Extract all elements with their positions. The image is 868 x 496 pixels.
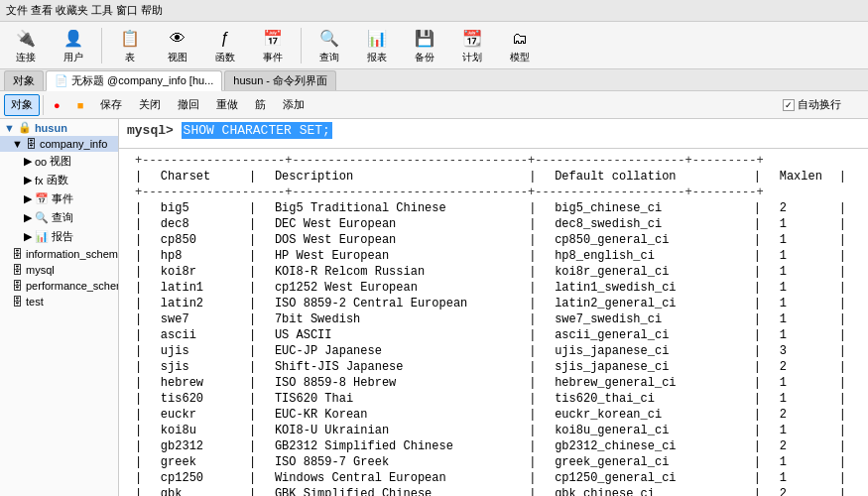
- toolbar-btn-模型[interactable]: 🗂模型: [498, 24, 542, 67]
- tool-icon-3: 👁: [166, 27, 189, 51]
- pipe-6-1: |: [127, 296, 153, 311]
- expand-arrow: ▼: [4, 122, 15, 134]
- cell-maxlen-17: 1: [772, 470, 831, 486]
- cell-charset-2: cp850: [153, 232, 241, 248]
- cell-desc-14: KOI8-U Ukrainian: [267, 423, 521, 438]
- sidebar-views[interactable]: ▶ oo 视图: [0, 152, 118, 171]
- pipe-6-5: |: [831, 296, 854, 311]
- pipe-6-4: |: [746, 296, 772, 311]
- tool-label-10: 模型: [510, 51, 530, 64]
- save-btn[interactable]: 保存: [93, 94, 129, 116]
- run-query-btn[interactable]: ●: [47, 94, 67, 116]
- result-area[interactable]: +--------------------+------------------…: [119, 149, 868, 496]
- cell-collation-7: swe7_swedish_ci: [547, 311, 746, 327]
- cell-charset-10: sjis: [153, 359, 241, 375]
- sidebar-queries[interactable]: ▶ 🔍 查询: [0, 208, 118, 227]
- table-row: | koi8u | KOI8-U Ukrainian | koi8u_gener…: [127, 423, 854, 438]
- toolbar-btn-备份[interactable]: 💾备份: [403, 24, 446, 67]
- sidebar-test[interactable]: 🗄 test: [0, 294, 118, 310]
- format-btn[interactable]: 筋: [248, 94, 273, 116]
- auto-wrap-checkbox[interactable]: ✓: [783, 99, 795, 111]
- tool-label-8: 备份: [415, 51, 434, 64]
- stop-btn[interactable]: ■: [70, 94, 91, 116]
- undo-btn[interactable]: 撤回: [171, 94, 206, 116]
- cell-desc-1: DEC West European: [267, 216, 521, 232]
- sidebar-events[interactable]: ▶ 📅 事件: [0, 189, 118, 208]
- queries-label: 查询: [52, 210, 73, 225]
- sidebar-perf-schema[interactable]: 🗄 performance_schema: [0, 278, 118, 294]
- cell-collation-9: ujis_japanese_ci: [547, 343, 746, 359]
- obj-btn[interactable]: 对象: [4, 94, 40, 116]
- result-header: | Charset | Description | Default collat…: [127, 169, 854, 185]
- pipe-14-5: |: [831, 423, 854, 438]
- sidebar-husun[interactable]: ▼ 🔒 husun: [0, 119, 118, 136]
- result-sep-mid: +--------------------+------------------…: [127, 185, 854, 200]
- pipe-18-4: |: [746, 486, 772, 496]
- pipe-13-1: |: [127, 407, 153, 423]
- tab-1[interactable]: 📄 无标题 @company_info [hu...: [46, 70, 222, 91]
- pipe-13-5: |: [831, 407, 854, 423]
- sql-text: SHOW CHARACTER SET;: [182, 122, 332, 139]
- pipe-7-4: |: [746, 311, 772, 327]
- sidebar-company-info[interactable]: ▼ 🗄 company_info: [0, 136, 118, 152]
- table-row: | gbk | GBK Simplified Chinese | gbk_chi…: [127, 486, 854, 496]
- pipe-8-2: |: [241, 327, 267, 343]
- sidebar-company-label: company_info: [40, 138, 108, 150]
- pipe-7-1: |: [127, 311, 153, 327]
- sidebar-functions[interactable]: ▶ fx 函数: [0, 171, 118, 189]
- pipe-12-1: |: [127, 391, 153, 407]
- toolbar-btn-事件[interactable]: 📅事件: [251, 24, 295, 67]
- tool-icon-4: ƒ: [213, 27, 237, 51]
- tool-icon-0: 🔌: [14, 27, 38, 51]
- toolbar-btn-连接[interactable]: 🔌连接: [4, 24, 48, 67]
- add-btn[interactable]: 添加: [276, 94, 311, 116]
- pipe-13-2: |: [241, 407, 267, 423]
- tab-0[interactable]: 对象: [4, 70, 44, 90]
- cell-charset-4: koi8r: [153, 264, 241, 280]
- close-file-btn[interactable]: 关闭: [132, 94, 168, 116]
- sidebar-reports[interactable]: ▶ 📊 报告: [0, 227, 118, 246]
- cell-collation-3: hp8_english_ci: [547, 248, 746, 264]
- col-maxlen-header: Maxlen: [772, 169, 831, 185]
- toolbar-btn-查询[interactable]: 🔍查询: [308, 24, 351, 67]
- pipe-7-2: |: [241, 311, 267, 327]
- cell-desc-12: TIS620 Thai: [267, 391, 521, 407]
- toolbar-btn-表[interactable]: 📋表: [108, 24, 152, 67]
- cell-maxlen-6: 1: [772, 296, 831, 311]
- cell-collation-12: tis620_thai_ci: [547, 391, 746, 407]
- cell-maxlen-5: 1: [772, 280, 831, 296]
- func-label: 函数: [47, 173, 68, 187]
- toolbar-btn-函数[interactable]: ƒ函数: [203, 24, 247, 67]
- events-label: 事件: [52, 191, 73, 206]
- toolbar-sep-6: [301, 28, 302, 63]
- sidebar-info-schema[interactable]: 🗄 information_schema: [0, 246, 118, 262]
- pipe-0-4: |: [746, 200, 772, 216]
- sql-area[interactable]: mysql> SHOW CHARACTER SET;: [119, 119, 868, 149]
- redo-btn[interactable]: 重做: [209, 94, 245, 116]
- cell-charset-1: dec8: [153, 216, 241, 232]
- toolbar-btn-用户[interactable]: 👤用户: [52, 24, 95, 67]
- cell-charset-14: koi8u: [153, 423, 241, 438]
- toolbar-btn-视图[interactable]: 👁视图: [156, 24, 199, 67]
- pipe-11-2: |: [241, 375, 267, 391]
- db-icon4: 🗄: [12, 280, 23, 292]
- cell-desc-17: Windows Central European: [267, 470, 521, 486]
- cell-charset-16: greek: [153, 454, 241, 470]
- toolbar-btn-计划[interactable]: 📆计划: [450, 24, 494, 67]
- pipe-12-3: |: [521, 391, 547, 407]
- pipe-10-3: |: [521, 359, 547, 375]
- pipe-h4: |: [746, 169, 772, 185]
- toolbar-btn-报表[interactable]: 📊报表: [355, 24, 399, 67]
- user-icon: 🔒: [18, 121, 32, 134]
- tool-icon-1: 👤: [62, 27, 85, 51]
- reports-icon: 📊: [35, 230, 49, 243]
- expand-arrow2: ▶: [24, 155, 32, 168]
- queries-icon: 🔍: [35, 211, 49, 224]
- sidebar-mysql[interactable]: 🗄 mysql: [0, 262, 118, 278]
- tab-2[interactable]: husun - 命令列界面: [224, 70, 336, 90]
- table-row: | hp8 | HP West European | hp8_english_c…: [127, 248, 854, 264]
- pipe-10-5: |: [831, 359, 854, 375]
- pipe-7-5: |: [831, 311, 854, 327]
- pipe-15-5: |: [831, 438, 854, 454]
- pipe-2-2: |: [241, 232, 267, 248]
